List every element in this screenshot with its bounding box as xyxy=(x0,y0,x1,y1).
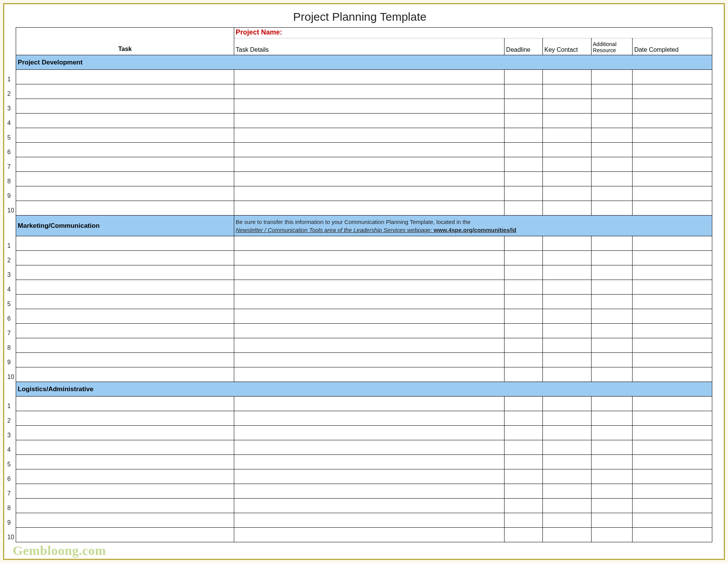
project-name-label: Project Name: xyxy=(236,28,282,36)
table-row: 8 xyxy=(7,172,712,186)
table-row: 1 xyxy=(7,70,712,84)
table-row: 6 xyxy=(7,143,712,157)
table-row: 9 xyxy=(7,353,712,367)
header-date-completed: Date Completed xyxy=(634,46,679,53)
table-row: 9 xyxy=(7,513,712,528)
table-row: 3 xyxy=(7,265,712,280)
table-row: 9 xyxy=(7,186,712,201)
section-name: Project Development xyxy=(18,59,82,66)
table-row: 7 xyxy=(7,484,712,499)
section-header-marketing: Marketing/Communication Be sure to trans… xyxy=(7,216,712,236)
section-note-line2: Newsletter / Communication Tools area of… xyxy=(236,227,434,233)
section-note-link: www.4spe.org/communities/ld xyxy=(434,227,516,233)
table-row: 2 xyxy=(7,84,712,99)
section-name: Logistics/Administrative xyxy=(18,385,93,393)
table-row: 5 xyxy=(7,128,712,143)
table-row: 10 xyxy=(7,367,712,382)
table-row: 5 xyxy=(7,295,712,309)
table-row: 2 xyxy=(7,251,712,265)
table-row: 6 xyxy=(7,469,712,484)
table-row: 3 xyxy=(7,426,712,440)
watermark: Gembloong.com xyxy=(13,543,106,558)
table-row: 8 xyxy=(7,338,712,353)
table-row: 6 xyxy=(7,309,712,324)
table-row: 4 xyxy=(7,114,712,128)
table-row: 5 xyxy=(7,455,712,469)
template-document: Project Planning Template Task Project N… xyxy=(3,3,725,560)
project-name-row: Task Project Name: xyxy=(7,28,712,38)
page-title: Project Planning Template xyxy=(7,4,712,27)
table-row: 10 xyxy=(7,201,712,216)
header-task: Task xyxy=(118,46,131,52)
table-row: 4 xyxy=(7,280,712,295)
table-row: 1 xyxy=(7,236,712,251)
section-note-line1: Be sure to transfer this information to … xyxy=(236,219,471,225)
table-row: 4 xyxy=(7,440,712,455)
section-name: Marketing/Communication xyxy=(18,222,99,229)
table-row: 3 xyxy=(7,99,712,114)
header-additional-resource: Additional Resource xyxy=(593,41,617,53)
section-header-logistics: Logistics/Administrative xyxy=(7,382,712,397)
section-header-project-development: Project Development xyxy=(7,55,712,70)
table-row: 7 xyxy=(7,324,712,338)
header-key-contact: Key Contact xyxy=(544,46,578,53)
table-row: 10 xyxy=(7,528,712,542)
planning-table: Task Project Name: Task Details Deadline… xyxy=(7,27,712,542)
header-deadline: Deadline xyxy=(506,46,530,53)
table-row: 8 xyxy=(7,499,712,513)
table-row: 2 xyxy=(7,411,712,426)
table-row: 7 xyxy=(7,157,712,172)
header-task-details: Task Details xyxy=(236,46,269,53)
table-row: 1 xyxy=(7,397,712,411)
